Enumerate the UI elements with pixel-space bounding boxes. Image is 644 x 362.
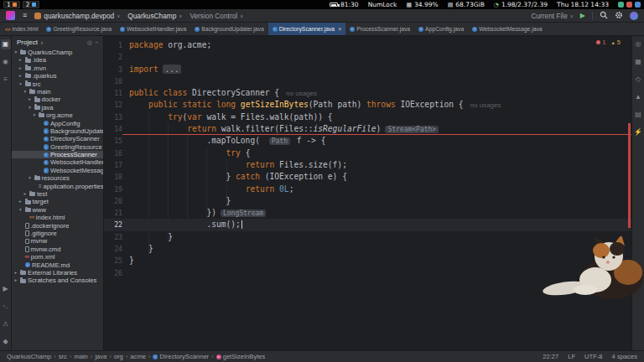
services-icon[interactable]: ◆ — [1, 337, 11, 347]
expander-icon[interactable]: ▾ — [13, 49, 18, 56]
breadcrumb-item[interactable]: java — [95, 353, 106, 360]
line-number[interactable]: 1 — [104, 39, 122, 51]
tree-item[interactable]: CWebsocketMessage — [12, 167, 103, 174]
editor-tab[interactable]: CGreetingResource.java — [42, 23, 116, 35]
tree-item[interactable]: ▾www — [12, 206, 103, 214]
editor-tab[interactable]: CAppConfig.java — [414, 23, 468, 35]
expander-icon[interactable]: ▸ — [18, 56, 23, 64]
tree-item[interactable]: CBackgroundUpdater — [12, 127, 103, 135]
expander-icon[interactable]: ▸ — [18, 198, 23, 205]
expander-icon[interactable]: ▸ — [28, 96, 33, 103]
tree-item[interactable]: ▸.idea — [12, 56, 103, 64]
main-menu-icon[interactable]: ≡ — [23, 12, 27, 19]
tree-item[interactable]: CGreetingResource — [12, 143, 103, 151]
expander-icon[interactable]: ▾ — [23, 88, 28, 96]
expander-icon[interactable]: ▾ — [18, 80, 23, 88]
line-number[interactable]: 3 — [104, 64, 122, 75]
tray-icon-2[interactable] — [626, 2, 632, 8]
search-everywhere-button[interactable] — [600, 11, 608, 21]
breadcrumb-item[interactable]: mgetSizeInBytes — [216, 353, 266, 360]
expander-icon[interactable]: ▸ — [23, 190, 28, 198]
locate-file-icon[interactable]: ◎ — [87, 39, 92, 46]
vcs-widget[interactable]: Version Control ∨ — [190, 12, 243, 20]
tree-item[interactable]: mvnw — [12, 237, 103, 245]
code-line[interactable]: 15 .mapToLong( Path f -> { — [104, 135, 631, 147]
devpod-widget[interactable]: quarkuschamp.devpod ∨ — [34, 12, 120, 20]
line-number[interactable]: 26 — [104, 267, 122, 279]
tree-item[interactable]: CProcessScanner — [12, 151, 103, 158]
breadcrumb-item[interactable]: CDirectoryScanner — [153, 353, 209, 360]
avatar[interactable] — [630, 12, 638, 20]
notifications-icon[interactable]: ◎ — [633, 39, 643, 49]
tree-item[interactable]: ▸.mvn — [12, 65, 103, 72]
run-config-widget[interactable]: Current File ∨ — [531, 12, 573, 20]
run-tool-icon[interactable]: ▶ — [1, 284, 11, 294]
expander-icon[interactable]: ▾ — [18, 206, 23, 214]
line-number[interactable]: 21 — [104, 207, 122, 219]
line-separator[interactable]: LF — [568, 353, 575, 360]
tray-icon-1[interactable] — [618, 2, 624, 8]
hide-panel-icon[interactable]: − — [95, 39, 98, 45]
editor-tab[interactable]: CWebsocketMessage.java — [468, 23, 546, 35]
tree-item[interactable]: ▾java — [12, 104, 103, 111]
editor-tab[interactable]: CWebsocketHandler.java — [116, 23, 190, 35]
line-number[interactable]: 22 — [104, 219, 122, 230]
tree-item[interactable]: ▸External Libraries — [12, 269, 103, 277]
expander-icon[interactable]: ▸ — [18, 72, 23, 80]
tree-item[interactable]: ≡application.properties — [12, 183, 103, 190]
tree-item[interactable]: mvnw.cmd — [12, 246, 103, 253]
code-line[interactable]: 16 try { — [104, 147, 631, 159]
code-line[interactable]: 3import ... — [104, 64, 631, 75]
project-icon[interactable]: ▣ — [1, 39, 11, 49]
code-line[interactable]: 12 public static long getSizeInBytes(Pat… — [104, 99, 631, 111]
close-tab-icon[interactable]: × — [338, 26, 341, 32]
line-number[interactable]: 25 — [104, 255, 122, 266]
expander-icon[interactable]: ▸ — [18, 65, 23, 72]
editor-tab[interactable]: CDirectoryScanner.java× — [268, 23, 346, 35]
database-icon[interactable]: ▤ — [633, 110, 643, 120]
line-number[interactable]: 20 — [104, 195, 122, 207]
line-number[interactable]: 11 — [104, 87, 122, 99]
expander-icon[interactable]: ▾ — [32, 111, 37, 119]
line-number[interactable]: 13 — [104, 111, 122, 123]
code-line[interactable]: 20 } — [104, 195, 631, 207]
tree-item[interactable]: ▸docker — [12, 96, 103, 103]
line-number[interactable]: 12 — [104, 99, 122, 111]
terminal-icon[interactable]: >_ — [1, 302, 11, 312]
expander-icon[interactable]: ▾ — [28, 104, 33, 111]
tree-item[interactable]: ▾org.acme — [12, 111, 103, 119]
tree-item[interactable]: ▸target — [12, 198, 103, 205]
tree-item[interactable]: .gitignore — [12, 230, 103, 237]
code-line[interactable]: 21 })LongStream — [104, 207, 631, 219]
tree-item[interactable]: CDirectoryScanner — [12, 135, 103, 142]
breadcrumb-item[interactable]: org — [114, 353, 123, 360]
line-number[interactable]: 14 — [104, 123, 122, 135]
tree-item[interactable]: ▸test — [12, 190, 103, 198]
tree-item[interactable]: CWebsocketHandler — [12, 158, 103, 166]
line-number[interactable]: 18 — [104, 171, 122, 183]
line-number[interactable]: 2 — [104, 51, 122, 63]
maven-icon[interactable]: ▲ — [633, 92, 643, 102]
editor-tab[interactable]: <>index.html — [1, 23, 42, 35]
tree-item[interactable]: ▾QuarkusChamp — [12, 49, 103, 56]
tray-icon-3[interactable] — [635, 2, 641, 8]
expander-icon[interactable]: ▸ — [13, 269, 18, 277]
workspace-1[interactable]: 1 — [3, 1, 20, 8]
tree-item[interactable]: CAppConfig — [12, 120, 103, 127]
tree-item[interactable]: <>index.html — [12, 214, 103, 221]
expander-icon[interactable]: ▸ — [13, 277, 18, 284]
tree-item[interactable]: ▸Scratches and Consoles — [12, 277, 103, 284]
tree-item[interactable]: ▾src — [12, 80, 103, 88]
code-line[interactable]: 2 — [104, 51, 631, 63]
project-panel-title[interactable]: Project — [17, 39, 38, 46]
file-encoding[interactable]: UTF-8 — [584, 353, 603, 360]
line-number[interactable]: 10 — [104, 75, 122, 87]
build-icon[interactable]: ▦ — [633, 57, 643, 67]
commit-icon[interactable]: ◉ — [1, 57, 11, 67]
breadcrumb-item[interactable]: acme — [130, 353, 146, 360]
expander-icon[interactable]: ▾ — [28, 174, 33, 182]
tree-item[interactable]: iREADME.md — [12, 261, 103, 269]
endpoints-icon[interactable]: ⚡ — [633, 127, 643, 137]
code-line[interactable]: 18 } catch (IOException e) { — [104, 171, 631, 183]
tree-item[interactable]: ▾main — [12, 88, 103, 96]
